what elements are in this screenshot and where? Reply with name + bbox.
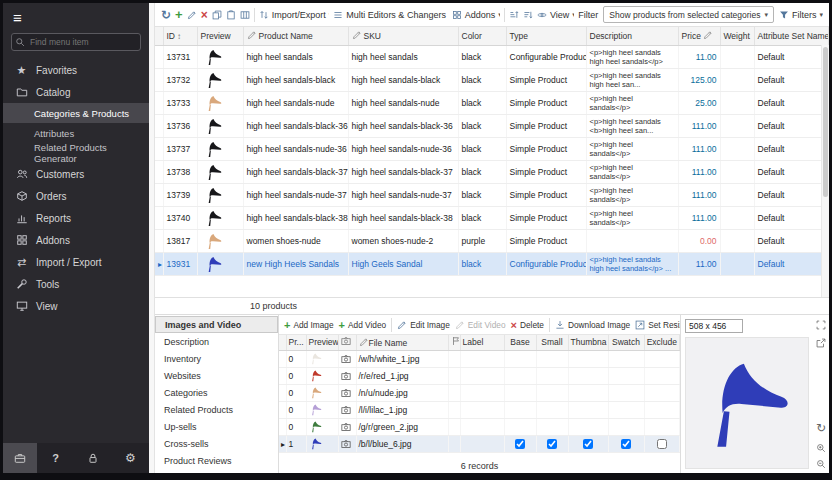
weight-column-header[interactable]: Weight <box>720 27 754 45</box>
color-cell[interactable]: purple <box>458 229 506 252</box>
tab-websites[interactable]: Websites <box>155 367 278 384</box>
row-expander[interactable] <box>155 45 163 68</box>
preview-cell[interactable] <box>197 114 243 137</box>
sku-column-header[interactable]: SKU <box>348 27 458 45</box>
row-expander[interactable] <box>279 418 286 435</box>
sidebar-item-view[interactable]: View <box>3 295 149 317</box>
thumbnail-column-header[interactable]: Thumbna <box>568 335 608 350</box>
price-cell[interactable]: 11.00 <box>678 45 720 68</box>
settings-button[interactable]: ⚙ <box>112 443 149 473</box>
price-cell[interactable]: 111.00 <box>678 183 720 206</box>
filename-cell[interactable]: /w/h/white_1.jpg <box>356 350 448 367</box>
name-cell[interactable]: women shoes-nude <box>243 229 348 252</box>
sku-cell[interactable]: high heel sandals-nude-37 <box>348 183 458 206</box>
zoom-out-icon[interactable] <box>816 459 826 469</box>
preview-cell[interactable] <box>197 229 243 252</box>
media-row-selected[interactable]: ▸1/b/l/blue_6.jpg <box>279 435 680 452</box>
addons-menu[interactable]: Addons▾ <box>452 10 500 20</box>
columns-button[interactable] <box>240 10 250 20</box>
swatch-cell[interactable] <box>608 367 644 384</box>
preview-column-header[interactable]: Preview <box>306 335 338 350</box>
preview-cell[interactable] <box>197 206 243 229</box>
base-cell[interactable] <box>504 435 536 452</box>
row-expander[interactable] <box>279 350 286 367</box>
id-column-header[interactable]: ID↕ <box>163 27 197 45</box>
priority-cell[interactable]: 0 <box>286 384 306 401</box>
label-column-header[interactable]: Label <box>460 335 504 350</box>
description-column-header[interactable]: Description <box>586 27 678 45</box>
name-cell[interactable]: high heel sandals-nude <box>243 91 348 114</box>
row-expander[interactable] <box>155 183 163 206</box>
name-cell[interactable]: high heel sandals-black-38 <box>243 206 348 229</box>
small-cell[interactable] <box>536 435 568 452</box>
base-checkbox[interactable] <box>515 439 525 449</box>
camera-cell[interactable] <box>338 384 356 401</box>
edit-image-button[interactable]: Edit Image <box>397 320 450 330</box>
media-row[interactable]: 0/w/h/white_1.jpg <box>279 350 680 367</box>
flag-column-header[interactable] <box>448 335 460 350</box>
refresh-button[interactable]: ↻ <box>161 8 171 22</box>
swatch-cell[interactable] <box>608 418 644 435</box>
desc-cell[interactable]: <p>high heel sandals high heel san... <box>586 68 678 91</box>
table-row-selected[interactable]: ▸13931new High Heels SandalsHigh Geels S… <box>155 252 829 275</box>
vertical-scrollbar[interactable] <box>821 45 829 297</box>
swatch-cell[interactable] <box>608 401 644 418</box>
attrset-cell[interactable]: Default <box>754 206 829 229</box>
exclude-cell[interactable] <box>644 435 680 452</box>
id-cell[interactable]: 13733 <box>163 91 197 114</box>
color-cell[interactable]: black <box>458 183 506 206</box>
label-cell[interactable] <box>460 401 504 418</box>
priority-cell[interactable]: 0 <box>286 350 306 367</box>
sku-cell[interactable]: women shoes-nude-2 <box>348 229 458 252</box>
exclude-column-header[interactable]: Exclude <box>644 335 680 350</box>
help-button[interactable]: ? <box>37 443 74 473</box>
flag-cell[interactable] <box>448 435 460 452</box>
tab-images-and-video[interactable]: Images and Video <box>155 316 278 333</box>
add-video-button[interactable]: +Add Video <box>339 319 387 331</box>
edit-video-button[interactable]: Edit Video <box>455 320 506 330</box>
menu-search-input[interactable] <box>11 33 141 51</box>
attrset-cell[interactable]: Default <box>754 137 829 160</box>
row-expander[interactable] <box>279 384 286 401</box>
priority-cell[interactable]: 0 <box>286 367 306 384</box>
price-column-header[interactable]: Price <box>678 27 720 45</box>
price-cell[interactable]: 11.00 <box>678 252 720 275</box>
camera-column-header[interactable] <box>338 335 356 350</box>
price-cell[interactable]: 25.00 <box>678 91 720 114</box>
name-cell[interactable]: high heel sandals-black-37 <box>243 160 348 183</box>
table-row[interactable]: 13731high heel sandalshigh heel sandalsb… <box>155 45 829 68</box>
weight-cell[interactable] <box>720 137 754 160</box>
thumbnail-cell[interactable] <box>568 418 608 435</box>
desc-cell[interactable] <box>586 229 678 252</box>
filename-cell[interactable]: /b/l/blue_6.jpg <box>356 435 448 452</box>
paste-button[interactable] <box>226 10 236 20</box>
sku-cell[interactable]: high heel sandals-nude-36 <box>348 137 458 160</box>
priority-cell[interactable]: 0 <box>286 401 306 418</box>
flag-cell[interactable] <box>448 401 460 418</box>
sku-cell[interactable]: high heel sandals <box>348 45 458 68</box>
sidebar-item-addons[interactable]: Addons <box>3 229 149 251</box>
type-cell[interactable]: Simple Product <box>506 137 586 160</box>
base-cell[interactable] <box>504 418 536 435</box>
base-cell[interactable] <box>504 367 536 384</box>
table-row[interactable]: 13736high heel sandals-black-36high heel… <box>155 114 829 137</box>
weight-cell[interactable] <box>720 160 754 183</box>
priority-cell[interactable]: 0 <box>286 418 306 435</box>
desc-cell[interactable]: <p>high heel sandals high heel sandals</… <box>586 252 678 275</box>
row-expander[interactable] <box>155 160 163 183</box>
tab-up-sells[interactable]: Up-sells <box>155 418 278 435</box>
table-row[interactable]: 13739high heel sandals-nude-37high heel … <box>155 183 829 206</box>
id-cell[interactable]: 13738 <box>163 160 197 183</box>
multi-editors-menu[interactable]: Multi Editors & Changers▾ <box>333 10 447 20</box>
base-cell[interactable] <box>504 350 536 367</box>
edit-product-button[interactable] <box>187 10 197 20</box>
swatch-cell[interactable] <box>608 384 644 401</box>
attrset-cell[interactable]: Default <box>754 252 829 275</box>
tab-categories[interactable]: Categories <box>155 384 278 401</box>
hamburger-menu-icon[interactable]: ≡ <box>13 9 22 26</box>
media-row[interactable]: 0/r/e/red_1.jpg <box>279 367 680 384</box>
weight-cell[interactable] <box>720 91 754 114</box>
type-cell[interactable]: Simple Product <box>506 206 586 229</box>
desc-cell[interactable]: <p>high heel sandals</p> <box>586 183 678 206</box>
type-cell[interactable]: Simple Product <box>506 229 586 252</box>
